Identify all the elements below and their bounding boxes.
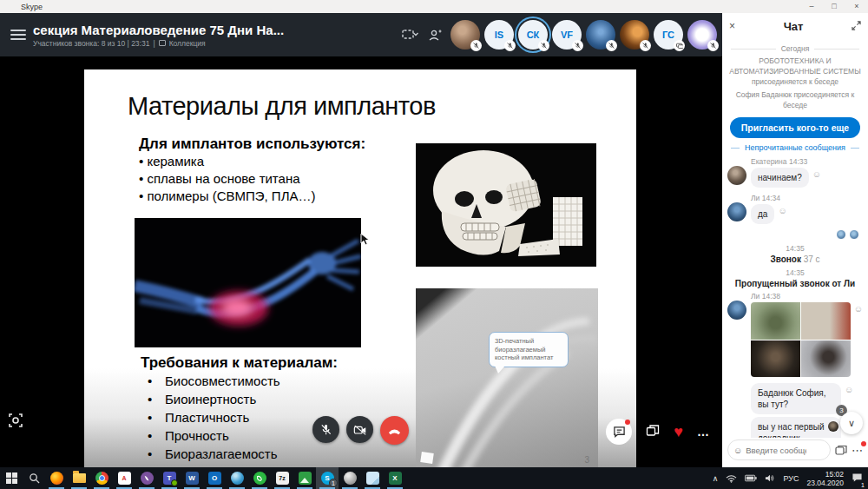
hamburger-menu-icon[interactable] (10, 30, 26, 40)
chat-expand-icon[interactable] (852, 21, 861, 32)
mic-muted-button[interactable] (312, 416, 339, 443)
more-options-icon[interactable]: … (697, 425, 710, 439)
participant-avatar-initials[interactable]: IS (484, 20, 514, 50)
shared-image-thumbnail[interactable] (751, 302, 851, 377)
taskbar-photos-icon[interactable] (293, 467, 316, 489)
date-divider: Сегодня (731, 44, 859, 53)
add-reaction-icon[interactable]: ☺ (854, 304, 863, 314)
gallery-icon[interactable] (835, 445, 847, 456)
minimize-button[interactable]: – (800, 0, 823, 13)
taskbar-firefox-icon[interactable] (45, 467, 68, 489)
input-more-icon[interactable]: ⋯ (852, 444, 863, 457)
hangup-icon (387, 426, 402, 436)
tray-chevron-icon[interactable]: ∧ (713, 474, 719, 483)
taskbar-excel-icon[interactable]: X (384, 467, 406, 489)
start-button[interactable] (0, 467, 23, 489)
chat-toggle-button[interactable] (606, 419, 632, 445)
taskbar-word-icon[interactable]: W (181, 467, 203, 489)
clock[interactable]: 15:02 23.04.2020 (806, 470, 844, 487)
maximize-button[interactable]: □ (823, 0, 845, 13)
call-info: секция Материаловедение 75 Дни На... Уча… (33, 23, 284, 48)
participant-avatar-photo[interactable] (620, 20, 649, 50)
participant-avatar-photo[interactable] (586, 20, 615, 50)
popout-window-icon[interactable] (646, 424, 660, 440)
participants-count: Участников звонка: 8 из 10 | 23:31 (33, 39, 149, 48)
taskbar-search-button[interactable] (23, 467, 45, 489)
network-icon[interactable] (726, 474, 737, 483)
mic-muted-badge-icon (606, 40, 617, 51)
chat-bubble-icon (613, 426, 626, 438)
chat-message: Ли 14:34 да ☺ (722, 190, 868, 227)
avatar[interactable] (727, 301, 746, 320)
search-icon (29, 472, 40, 484)
layout-grid-icon[interactable] (402, 29, 419, 41)
chevron-down-icon: ∨ (848, 418, 855, 429)
window-titlebar: Skype – □ × (0, 0, 868, 13)
chat-input-bar: ☺ ⋯ (722, 438, 868, 467)
message-input[interactable] (746, 446, 806, 455)
taskbar-file-explorer-icon[interactable] (68, 467, 90, 489)
avatar[interactable] (727, 202, 746, 221)
emoji-icon[interactable]: ☺ (733, 446, 742, 455)
participant-avatar-active[interactable]: СК (518, 20, 548, 50)
mic-muted-icon (319, 423, 332, 436)
collection-label[interactable]: Коллекция (169, 39, 206, 48)
header-actions: IS СК VF (402, 20, 722, 50)
new-messages-indicator: 3 ∨ (828, 405, 863, 434)
taskbar-skype-icon[interactable]: S 1 (316, 467, 339, 489)
taskbar-gray-app-icon[interactable] (339, 467, 361, 489)
participant-avatar-initials[interactable]: VF (552, 20, 582, 50)
hangup-button[interactable] (380, 416, 409, 445)
slide-list-requirements: Требования к материалам: •Биосовместимос… (141, 354, 338, 463)
participant-avatar-emblem[interactable] (687, 20, 717, 50)
snapshot-icon[interactable] (7, 412, 24, 433)
add-person-icon[interactable] (428, 29, 442, 42)
taskbar-7zip-icon[interactable]: 7z (271, 467, 293, 489)
heart-reaction-icon[interactable]: ♥ (674, 424, 683, 439)
scroll-to-bottom-button[interactable]: ∨ (840, 412, 863, 434)
invite-button[interactable]: Пригласить кого-то еще (730, 117, 860, 138)
taskbar-whatsapp-icon[interactable] (248, 467, 271, 489)
slide-list-materials: Для имплантов используются: • керамика •… (139, 135, 365, 205)
participant-avatar-photo[interactable] (450, 20, 480, 50)
read-receipts (722, 227, 868, 240)
screenshare-stage: Материалы для имплантов Для имплантов ис… (0, 56, 722, 467)
taskbar-viber-icon[interactable] (135, 467, 158, 489)
message-input-pill[interactable]: ☺ (727, 439, 831, 460)
call-title: секция Материаловедение 75 Дни На... (33, 23, 284, 37)
chat-message-list[interactable]: Сегодня РОБОТОТЕХНИКА И АВТОМАТИЗИРОВАНН… (722, 39, 868, 438)
avatar[interactable] (727, 166, 746, 185)
taskbar-teams-icon[interactable]: T (158, 467, 181, 489)
mic-muted-badge-icon (538, 40, 549, 51)
list-item: •Прочность (141, 426, 338, 445)
add-reaction-icon[interactable]: ☺ (778, 206, 786, 215)
implant-callout: 3D-печатный биоразлагаемый костный импла… (489, 332, 569, 367)
battery-icon[interactable] (745, 474, 757, 482)
speaker-icon[interactable] (765, 473, 775, 483)
action-center-icon[interactable]: 1 (852, 471, 863, 486)
avatar (828, 421, 838, 432)
call-controls (312, 416, 409, 445)
screen: Skype – □ × секция Материаловедение 75 Д… (0, 0, 868, 489)
mic-muted-badge-icon (707, 40, 719, 51)
missed-call-event: 14:35 Пропущенный звонок от Ли (722, 268, 868, 288)
notification-dot (861, 441, 866, 446)
taskbar-outlook-icon[interactable]: O (203, 467, 226, 489)
bone-implant-xray-image: 3D-печатный биоразлагаемый костный импла… (416, 288, 598, 467)
add-reaction-icon[interactable]: ☺ (845, 385, 853, 394)
camera-off-icon (353, 424, 367, 436)
camera-off-button[interactable] (346, 416, 373, 443)
taskbar-acrobat-icon[interactable]: A (113, 467, 135, 489)
window-app-title: Skype (21, 3, 43, 11)
close-button[interactable]: × (845, 0, 868, 13)
taskbar-notes-icon[interactable] (361, 467, 384, 489)
list-item: •Биосовместимость (141, 372, 338, 390)
taskbar-browser-globe-icon[interactable] (226, 467, 248, 489)
chat-message: Екатерина 14:33 начинаем? ☺ (722, 154, 868, 190)
chat-close-icon[interactable]: × (729, 21, 735, 31)
language-indicator[interactable]: РУС (783, 474, 799, 483)
taskbar-chrome-icon[interactable] (90, 467, 113, 489)
participant-avatar-initials[interactable]: ГС (654, 20, 683, 50)
add-reaction-icon[interactable]: ☺ (812, 169, 821, 179)
forearm-xray-image (135, 218, 361, 347)
